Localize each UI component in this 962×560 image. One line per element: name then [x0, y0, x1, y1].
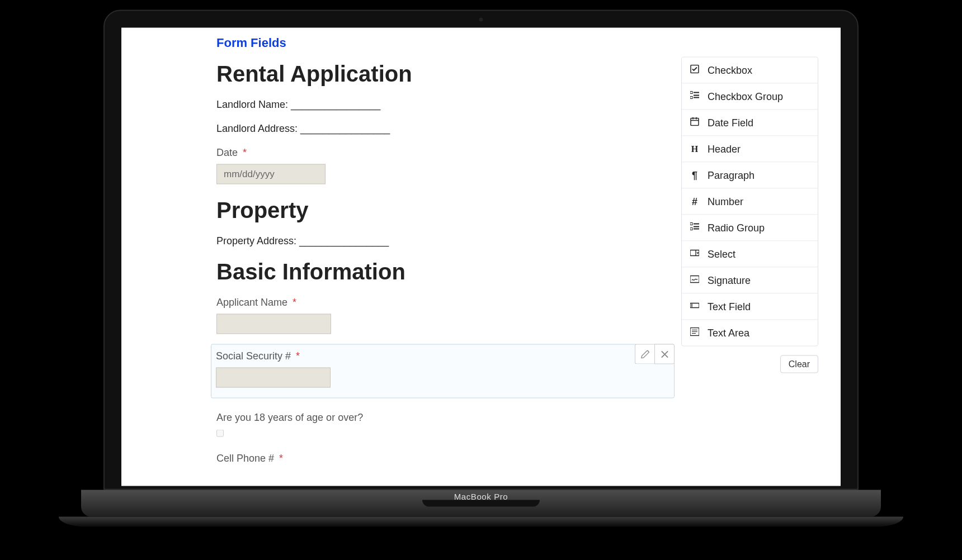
- required-marker: *: [293, 297, 296, 308]
- select-icon: [690, 249, 700, 260]
- laptop-base: MacBook Pro: [81, 490, 881, 517]
- palette-text-area[interactable]: Text Area: [682, 320, 818, 346]
- trackpad-notch: [422, 500, 540, 507]
- signature-icon: [690, 275, 700, 286]
- palette-text-field[interactable]: Text Field: [682, 294, 818, 320]
- age-checkbox[interactable]: [216, 430, 224, 437]
- clear-row: Clear: [681, 355, 818, 373]
- cell-phone-block[interactable]: Cell Phone # *: [216, 453, 669, 464]
- laptop-lip: [59, 517, 903, 527]
- palette-item-label: Date Field: [708, 117, 753, 129]
- cell-phone-label: Cell Phone # *: [216, 453, 669, 464]
- svg-rect-2: [690, 97, 692, 99]
- check-square-icon: [690, 65, 700, 76]
- palette-signature[interactable]: Signature: [682, 268, 818, 294]
- applicant-name-label-text: Applicant Name: [216, 297, 287, 308]
- remove-field-button[interactable]: [654, 344, 675, 364]
- ssn-input[interactable]: [216, 368, 331, 388]
- age-question-block[interactable]: Are you 18 years of age or over?: [216, 412, 669, 439]
- form-heading-1: Rental Application: [216, 61, 669, 87]
- svg-rect-1: [690, 92, 692, 94]
- close-icon: [661, 350, 669, 358]
- ssn-block-selected[interactable]: Social Security # *: [211, 344, 675, 398]
- date-input[interactable]: mm/dd/yyyy: [216, 164, 326, 184]
- text-field-icon: [690, 301, 700, 312]
- palette-checkbox[interactable]: Checkbox: [682, 58, 818, 84]
- palette-item-label: Paragraph: [708, 169, 754, 181]
- palette-item-label: Text Area: [708, 327, 749, 339]
- palette-radio-group[interactable]: Radio Group: [682, 215, 818, 241]
- cell-phone-label-text: Cell Phone #: [216, 453, 274, 464]
- main-columns: Rental Application Landlord Name: ______…: [216, 57, 818, 478]
- palette-header[interactable]: H Header: [682, 136, 818, 163]
- ssn-label: Social Security # *: [216, 350, 669, 362]
- palette-select[interactable]: Select: [682, 241, 818, 268]
- app-viewport: Form Fields Rental Application Landlord …: [121, 28, 841, 486]
- palette-paragraph[interactable]: ¶ Paragraph: [682, 163, 818, 189]
- camera-icon: [479, 18, 483, 22]
- applicant-name-block[interactable]: Applicant Name *: [216, 297, 669, 336]
- applicant-name-input[interactable]: [216, 314, 331, 334]
- required-marker: *: [279, 453, 283, 464]
- palette-item-label: Signature: [708, 274, 751, 286]
- laptop-frame: Form Fields Rental Application Landlord …: [103, 10, 859, 490]
- date-label: Date *: [216, 147, 669, 159]
- palette-number[interactable]: # Number: [682, 189, 818, 215]
- text-area-icon: [690, 328, 700, 339]
- form-heading-2: Property: [216, 198, 669, 223]
- palette-item-label: Header: [708, 143, 741, 155]
- svg-rect-10: [690, 223, 692, 225]
- header-icon: H: [690, 144, 700, 154]
- field-palette: Checkbox Checkbox Group: [681, 57, 818, 347]
- calendar-icon: [690, 117, 700, 129]
- palette-item-label: Text Field: [708, 301, 751, 312]
- field-palette-column: Checkbox Checkbox Group: [681, 57, 818, 478]
- date-label-text: Date: [216, 147, 238, 158]
- svg-rect-11: [690, 228, 692, 230]
- required-marker: *: [296, 350, 300, 362]
- landlord-name-text: Landlord Name: ________________: [216, 99, 669, 111]
- landlord-address-text: Landlord Address: ________________: [216, 123, 669, 135]
- required-marker: *: [243, 147, 247, 158]
- edit-field-button[interactable]: [635, 344, 654, 364]
- pencil-icon: [641, 350, 649, 358]
- list-radio-icon: [690, 222, 700, 234]
- palette-item-label: Checkbox: [708, 64, 752, 76]
- palette-item-label: Radio Group: [708, 222, 765, 234]
- applicant-name-label: Applicant Name *: [216, 297, 669, 309]
- property-address-text: Property Address: ________________: [216, 235, 669, 247]
- palette-item-label: Number: [708, 196, 743, 207]
- form-canvas[interactable]: Rental Application Landlord Name: ______…: [216, 57, 669, 478]
- page-title: Form Fields: [216, 36, 818, 50]
- pilcrow-icon: ¶: [690, 169, 700, 181]
- clear-button[interactable]: Clear: [780, 355, 818, 373]
- date-field-block[interactable]: Date * mm/dd/yyyy: [216, 147, 669, 184]
- hash-icon: #: [690, 196, 700, 207]
- svg-rect-6: [691, 118, 699, 126]
- palette-item-label: Select: [708, 248, 735, 260]
- list-check-icon: [690, 91, 700, 102]
- palette-item-label: Checkbox Group: [708, 91, 783, 102]
- field-toolbar: [635, 344, 675, 364]
- laptop-mockup: Form Fields Rental Application Landlord …: [103, 10, 859, 527]
- form-heading-3: Basic Information: [216, 259, 669, 284]
- palette-date-field[interactable]: Date Field: [682, 110, 818, 136]
- palette-checkbox-group[interactable]: Checkbox Group: [682, 84, 818, 110]
- age-question-label: Are you 18 years of age or over?: [216, 412, 669, 424]
- ssn-label-text: Social Security #: [216, 350, 291, 362]
- screen: Form Fields Rental Application Landlord …: [121, 28, 841, 486]
